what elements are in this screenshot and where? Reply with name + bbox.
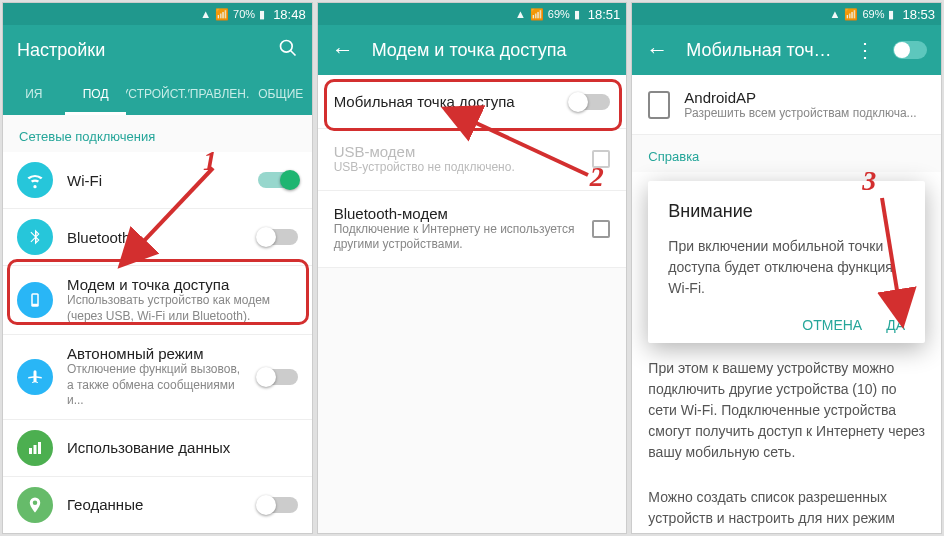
airplane-toggle[interactable]	[258, 369, 298, 385]
bluetooth-icon	[17, 219, 53, 255]
bluetooth-toggle[interactable]	[258, 229, 298, 245]
row-datausage[interactable]: Использование данных	[3, 420, 312, 477]
row-airplane[interactable]: Автономный режим Отключение функций вызо…	[3, 335, 312, 420]
bluetooth-label: Bluetooth	[67, 229, 244, 246]
annotation-number-2: 2	[590, 161, 604, 193]
tab-3[interactable]: УСТРОЙСТ...	[126, 75, 188, 115]
row-usb-modem: USB-модем USB-устройство не подключено.	[318, 129, 627, 191]
page-title: Мобильная точка дост...	[686, 40, 837, 61]
help-text-2: Можно создать список разрешенных устройс…	[632, 475, 941, 534]
battery-icon: ▮	[574, 8, 580, 21]
app-bar: Настройки	[3, 25, 312, 75]
section-help: Справка	[632, 135, 941, 172]
location-label: Геоданные	[67, 496, 244, 513]
btm-checkbox[interactable]	[592, 220, 610, 238]
battery-text: 69%	[862, 8, 884, 20]
battery-text: 69%	[548, 8, 570, 20]
annotation-number-3: 3	[862, 165, 876, 197]
wifi-toggle[interactable]	[258, 172, 298, 188]
screen-hotspot: ▲ 📶 69% ▮ 18:53 ← Мобильная точка дост..…	[631, 2, 942, 534]
row-mobile-hotspot[interactable]: Мобильная точка доступа	[318, 75, 627, 129]
row-location[interactable]: Геоданные	[3, 477, 312, 534]
usb-sub: USB-устройство не подключено.	[334, 160, 579, 176]
section-network: Сетевые подключения	[3, 115, 312, 152]
page-title: Настройки	[17, 40, 260, 61]
tethering-icon	[17, 282, 53, 318]
ap-sub: Разрешить всем устройствам подключа...	[684, 106, 925, 120]
wifi-icon: ▲	[515, 8, 526, 20]
screen-settings: ▲ 📶 70% ▮ 18:48 Настройки ИЯ ПОД УСТРОЙС…	[2, 2, 313, 534]
tab-1[interactable]: ИЯ	[3, 75, 65, 115]
back-icon[interactable]: ←	[646, 37, 668, 63]
battery-text: 70%	[233, 8, 255, 20]
dialog-attention: Внимание При включении мобильной точки д…	[648, 181, 925, 343]
app-bar: ← Модем и точка доступа	[318, 25, 627, 75]
btm-label: Bluetooth-модем	[334, 205, 579, 222]
wifi-icon	[17, 162, 53, 198]
svg-point-0	[280, 40, 292, 52]
signal-icon: 📶	[215, 8, 229, 21]
battery-icon: ▮	[259, 8, 265, 21]
tethering-sub: Использовать устройство как модем (через…	[67, 293, 298, 324]
row-wifi[interactable]: Wi-Fi	[3, 152, 312, 209]
annotation-number-1: 1	[203, 145, 217, 177]
svg-rect-3	[33, 295, 38, 304]
airplane-label: Автономный режим	[67, 345, 244, 362]
tab-4[interactable]: УПРАВЛЕН...	[188, 75, 250, 115]
airplane-icon	[17, 359, 53, 395]
datausage-icon	[17, 430, 53, 466]
location-toggle[interactable]	[258, 497, 298, 513]
svg-line-1	[290, 50, 295, 55]
app-bar: ← Мобильная точка дост... ⋮	[632, 25, 941, 75]
svg-rect-6	[38, 442, 41, 454]
clock: 18:48	[273, 7, 306, 22]
btm-sub: Подключение к Интернету не используется …	[334, 222, 579, 253]
row-ap[interactable]: AndroidAP Разрешить всем устройствам под…	[632, 75, 941, 135]
hotspot-toggle[interactable]	[570, 94, 610, 110]
airplane-sub: Отключение функций вызовов, а также обме…	[67, 362, 244, 409]
tabs: ИЯ ПОД УСТРОЙСТ... УПРАВЛЕН... ОБЩИЕ	[3, 75, 312, 115]
signal-icon: 📶	[844, 8, 858, 21]
svg-rect-4	[29, 448, 32, 454]
dialog-text: При включении мобильной точки доступа бу…	[668, 236, 905, 299]
signal-icon: 📶	[530, 8, 544, 21]
status-bar: ▲ 📶 69% ▮ 18:51	[318, 3, 627, 25]
row-tethering[interactable]: Модем и точка доступа Использовать устро…	[3, 266, 312, 335]
wifi-icon: ▲	[200, 8, 211, 20]
more-icon[interactable]: ⋮	[855, 38, 875, 62]
row-bt-modem[interactable]: Bluetooth-модем Подключение к Интернету …	[318, 191, 627, 268]
tab-5[interactable]: ОБЩИЕ	[250, 75, 312, 115]
clock: 18:51	[588, 7, 621, 22]
dialog-title: Внимание	[668, 201, 905, 222]
svg-rect-5	[34, 445, 37, 454]
tethering-label: Модем и точка доступа	[67, 276, 298, 293]
search-icon[interactable]	[278, 38, 298, 63]
ok-button[interactable]: ДА	[886, 317, 905, 333]
wifi-label: Wi-Fi	[67, 172, 244, 189]
row-bluetooth[interactable]: Bluetooth	[3, 209, 312, 266]
location-icon	[17, 487, 53, 523]
status-bar: ▲ 📶 69% ▮ 18:53	[632, 3, 941, 25]
usb-label: USB-модем	[334, 143, 579, 160]
datausage-label: Использование данных	[67, 439, 298, 456]
back-icon[interactable]: ←	[332, 37, 354, 63]
cancel-button[interactable]: ОТМЕНА	[802, 317, 862, 333]
clock: 18:53	[902, 7, 935, 22]
page-title: Модем и точка доступа	[372, 40, 613, 61]
wifi-icon: ▲	[830, 8, 841, 20]
hotspot-master-toggle[interactable]	[893, 41, 927, 59]
status-bar: ▲ 📶 70% ▮ 18:48	[3, 3, 312, 25]
ap-name: AndroidAP	[684, 89, 925, 106]
screen-tethering: ▲ 📶 69% ▮ 18:51 ← Модем и точка доступа …	[317, 2, 628, 534]
hotspot-label: Мобильная точка доступа	[334, 93, 557, 110]
battery-icon: ▮	[888, 8, 894, 21]
device-icon	[648, 91, 670, 119]
tab-2[interactable]: ПОД	[65, 75, 127, 115]
